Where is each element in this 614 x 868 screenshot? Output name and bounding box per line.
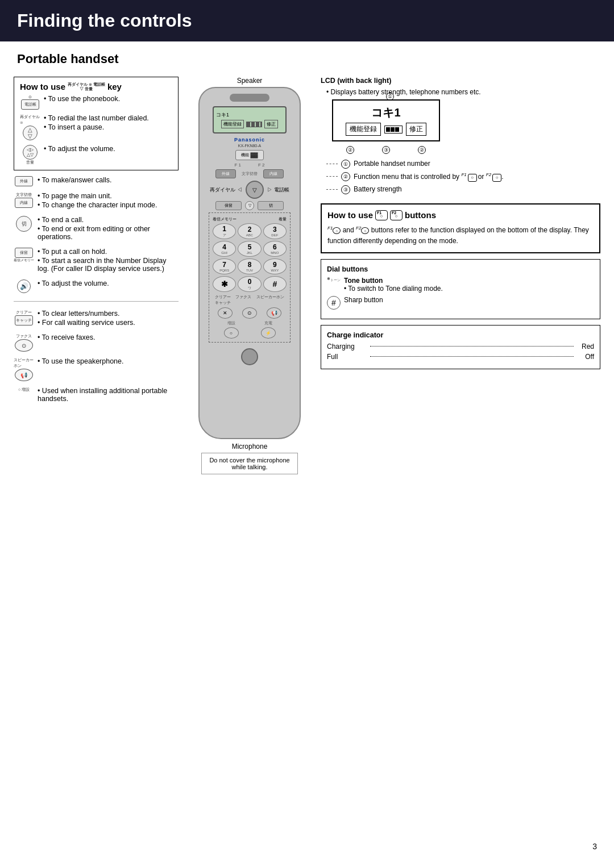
right-panel: LCD (with back light) • Displays battery… <box>321 77 600 474</box>
phone-brand: Panasonic <box>234 137 265 143</box>
moji-label: 文字切替 <box>242 171 258 177</box>
key-hash[interactable]: # <box>263 276 287 292</box>
zosetsu-charge-btns: ○ ⚡ <box>213 327 287 339</box>
zosetsu-btn[interactable]: ○ <box>224 327 239 339</box>
key-star[interactable]: ✱ <box>213 276 236 292</box>
buttons-word: buttons <box>405 210 436 220</box>
tone-icon-area: ✱トーン <box>327 277 341 283</box>
list-item: 外線 • To make/answer calls. <box>14 176 179 186</box>
lcd-annotations: ① Portable handset number ② Function men… <box>326 160 600 194</box>
annotation-2: ② Function menu that is controlled by F1… <box>326 172 600 182</box>
naisen-phone-label: 内線 <box>269 171 277 177</box>
speaker-circle-btn[interactable]: 📢 <box>267 307 281 319</box>
key-1[interactable]: 1ア <box>213 223 236 239</box>
down-arrow-btn[interactable]: ▽ <box>245 201 254 210</box>
key-2[interactable]: 2ABC <box>238 223 261 239</box>
key-icons: 再ダイヤル ⊙ 電話帳 ▽ 音量 <box>68 82 105 91</box>
key-6[interactable]: 6MNO <box>263 241 287 257</box>
clear-btn: キャッチ <box>15 315 33 326</box>
key-9[interactable]: 9WXY <box>263 258 287 274</box>
memory-label-row: 着信メモリー 着量 <box>213 216 287 222</box>
list-item: 保留 着信メモリー • To put a call on hold. • To … <box>14 248 179 274</box>
lcd-section: LCD (with back light) • Displays battery… <box>321 77 600 198</box>
annotation-1: ① Portable handset number <box>326 160 600 169</box>
charge-title: Charge indicator <box>327 331 594 339</box>
zosetsu-small: 増設 <box>227 320 235 326</box>
naisen-text: • To page the main unit. • To change the… <box>38 192 179 210</box>
fax-circle-btn[interactable]: ⊙ <box>242 307 257 319</box>
hold-icon: 保留 着信メモリー <box>14 248 34 263</box>
key-3[interactable]: 3DEF <box>263 223 287 239</box>
phone-body: コキ1 機能登録 修正 Panasonic KX-FKN80-A 機能 ▓▓ <box>198 87 301 439</box>
mic-note-text: Do not cover the microphone while talkin… <box>209 457 289 470</box>
ann-text-2: Function menu that is controlled by F1○o… <box>354 172 503 182</box>
key-8[interactable]: 8TUV <box>238 258 261 274</box>
mem-label: 着信メモリー <box>213 216 237 222</box>
end-phone-btn[interactable]: 切 <box>258 201 284 210</box>
key-4[interactable]: 4GHI <box>213 241 236 257</box>
gaisen-icon: 外線 <box>14 176 34 186</box>
speaker-icon: スピーカーホン 📢 <box>14 357 34 381</box>
volume-text: • To adjust the volume. <box>44 145 172 153</box>
lcd-title: LCD (with back light) <box>321 77 600 85</box>
key-items: ⊙ 電話帳 • To use the phonebook. 再ダイヤル ⊙ △▽… <box>20 95 172 165</box>
action-btn-row: ✕ ⊙ 📢 <box>213 307 287 319</box>
ann-circle-1: ① <box>341 160 350 169</box>
phone-microphone <box>241 348 258 365</box>
circle2-right: ② <box>418 146 426 154</box>
header-bar: Finding the controls <box>0 0 614 41</box>
speaker-label-top: スピーカーホン <box>256 294 284 300</box>
lcd-kinou: 機能登録 <box>346 123 381 136</box>
ann-text-3: Battery strength <box>354 185 402 193</box>
kino-label: 機能 <box>241 152 249 158</box>
tone-detail: • To switch to Tone dialing mode. <box>344 285 443 293</box>
clear-circle-btn[interactable]: ✕ <box>218 307 233 319</box>
bat-bar1 <box>386 127 390 132</box>
clear-icon: クリアー キャッチ <box>14 310 34 326</box>
lcd-circles-row: ② ③ ② <box>332 146 440 154</box>
f1-btn-icon: F1 ○ <box>375 210 388 220</box>
fax-label-top: ファクス <box>235 294 251 300</box>
hold-btn: 保留 <box>15 248 33 258</box>
how-to-use-key-title: How to use 再ダイヤル ⊙ 電話帳 ▽ 音量 key <box>20 82 172 91</box>
tone-label: Tone button <box>344 277 443 285</box>
hold-phone-btn[interactable]: 保留 <box>215 201 242 210</box>
hold-text: • To put a call on hold. • To start a se… <box>38 248 179 274</box>
phone-speaker-grille <box>230 94 269 102</box>
tone-text-area: Tone button • To switch to Tone dialing … <box>344 277 443 293</box>
list-item: クリアー キャッチ • To clear letters/numbers. • … <box>14 310 179 328</box>
ann-circle-2: ② <box>341 172 350 181</box>
redial-text: • To redial the last number dialed. • To… <box>44 114 172 132</box>
vol-label: 着量 <box>279 216 287 222</box>
phone-side-buttons: 外線 文字切替 内線 <box>215 169 284 178</box>
kiri-btn: 切 <box>16 216 32 232</box>
nav-circle[interactable]: ▽ <box>246 181 264 199</box>
charge-btn[interactable]: ⚡ <box>261 327 276 339</box>
phone-hold-end: 保留 ▽ 切 <box>215 201 284 210</box>
phone-nav-row: 再ダイヤル ◁ ▽ ▷ 電話帳 <box>210 181 289 199</box>
speaker-label-col: スピーカーホン <box>256 294 284 306</box>
list-item: スピーカーホン 📢 • To use the speakerphone. <box>14 357 179 381</box>
phonebook-icon-area: ⊙ 電話帳 <box>20 95 40 110</box>
kiri-icon: 切 <box>14 216 34 232</box>
zosetsu-icon: ○ 増設 <box>14 387 34 393</box>
end-phone-label: 切 <box>269 203 273 208</box>
naisen-phone-btn[interactable]: 内線 <box>263 169 284 178</box>
kino-btn[interactable]: 機能 ▓▓ <box>235 150 264 160</box>
annotation-3: ③ Battery strength <box>326 185 600 194</box>
gaisen-phone-btn[interactable]: 外線 <box>215 169 236 178</box>
volume-btn: ◁▷△▽ <box>23 145 38 160</box>
clear-text: • To clear letters/numbers. • For call w… <box>38 310 179 328</box>
gaisen-btn: 外線 <box>15 176 33 186</box>
charging-row: Charging Red <box>327 343 594 350</box>
phone-keypad: 1ア 2ABC 3DEF 4GHI 5JKL 6MNO 7PQRS 8TUV 9… <box>213 223 287 292</box>
page-number: 3 <box>592 842 597 851</box>
fax-icon: ファクス ⊙ <box>14 333 34 352</box>
key-7[interactable]: 7PQRS <box>213 258 236 274</box>
f1-label: F 1 <box>234 162 241 168</box>
volume-icon-area: ◁▷△▽ 音量 <box>20 145 40 165</box>
key-5[interactable]: 5JKL <box>238 241 261 257</box>
clear-label-col: クリアー キャッチ <box>215 294 231 306</box>
key-0[interactable]: 0ワ <box>238 276 261 292</box>
function-items: 外線 • To make/answer calls. 文字切替 内線 • To … <box>14 176 179 404</box>
